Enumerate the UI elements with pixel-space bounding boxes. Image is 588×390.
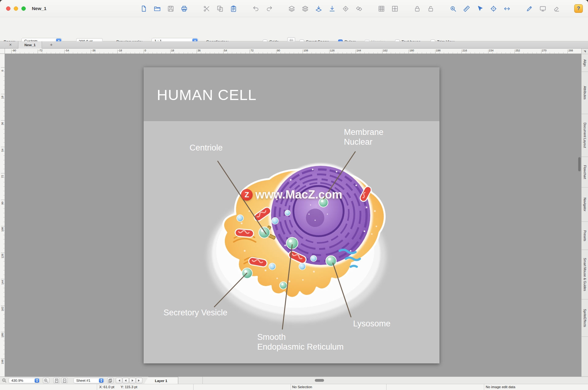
stepper-icon — [35, 378, 39, 383]
send-back-icon[interactable] — [301, 4, 309, 13]
right-sidebar: ◥ AlignAttributesDocument LayoutFlowchar… — [581, 49, 588, 377]
duplicate-sheet-button[interactable] — [107, 378, 114, 383]
titlebar: New_1 ? — [0, 0, 588, 17]
watermark: Z www.MacZ.com — [241, 188, 342, 201]
label-smooth-er[interactable]: Smooth Endoplasmic Reticulum — [257, 332, 344, 352]
grid-snap-icon[interactable] — [390, 4, 399, 13]
delete-sheet-button[interactable] — [61, 378, 68, 383]
sheet-select[interactable]: Sheet #1 — [74, 378, 104, 383]
undo-icon[interactable] — [251, 4, 260, 13]
window-title: New_1 — [32, 6, 47, 11]
ruler-tool-icon[interactable] — [462, 4, 471, 13]
new-document-icon[interactable] — [139, 4, 148, 13]
lock-icon[interactable] — [413, 4, 421, 13]
macz-logo: Z — [241, 189, 253, 201]
print-icon[interactable] — [180, 4, 188, 13]
label-lysosome[interactable]: Lysosome — [353, 319, 390, 329]
horizontal-ruler: -90-72-54-36-180183654729010812614416218… — [5, 49, 581, 54]
previous-sheet-button[interactable] — [123, 378, 129, 383]
unlock-icon[interactable] — [426, 4, 435, 13]
canvas[interactable]: HUMAN CELL — [5, 54, 581, 377]
horizontal-scrollbar[interactable] — [315, 379, 324, 382]
zoom-window-button[interactable] — [21, 6, 26, 11]
new-sheet-button[interactable] — [53, 378, 60, 383]
zoom-out-icon[interactable] — [2, 378, 7, 383]
save-icon[interactable] — [166, 4, 175, 13]
options-bar: Paper: Custom ↔ 200.0 pt Drawing scale: … — [0, 17, 588, 41]
app-window: New_1 ? Paper: Custom ↔ 200.0 pt Drawing… — [0, 0, 588, 390]
sidebar-tab-smart-mouse-guides[interactable]: Smart Mouse & Guides — [582, 250, 588, 299]
layer-tab[interactable]: Layer 1 — [144, 377, 178, 384]
divider — [193, 384, 194, 390]
status-bar: X: 61.0 pt Y: 115.3 pt No Selection No i… — [0, 384, 588, 390]
selection-status: No Selection — [292, 385, 312, 389]
zoom-in-button[interactable] — [43, 378, 49, 383]
tab-add-icon[interactable]: + — [50, 42, 53, 47]
paste-icon[interactable] — [229, 4, 238, 13]
cursor-x-readout: X: 61.0 pt — [99, 385, 114, 389]
redo-icon[interactable] — [265, 4, 273, 13]
ungroup-icon[interactable] — [355, 4, 363, 13]
zoom-tool-icon[interactable] — [449, 4, 457, 13]
document-page[interactable]: HUMAN CELL — [144, 67, 439, 363]
sidebar-tab-navigator[interactable]: Navigator — [582, 188, 588, 222]
divider — [291, 384, 291, 390]
traffic-lights — [6, 6, 26, 11]
ruler-corner — [0, 49, 5, 54]
help-icon[interactable]: ? — [574, 4, 583, 13]
first-sheet-button[interactable] — [116, 378, 122, 383]
sidebar-tab-align[interactable]: Align — [582, 54, 588, 72]
cursor-y-readout: Y: 115.3 pt — [121, 385, 137, 389]
grid-icon[interactable] — [377, 4, 386, 13]
divider — [484, 384, 484, 390]
move-backward-icon[interactable] — [314, 4, 323, 13]
cut-icon[interactable] — [202, 4, 211, 13]
bottom-bar: 430.9% Sheet #1 Layer 1 — [0, 377, 588, 384]
move-down-icon[interactable] — [328, 4, 336, 13]
stepper-icon — [99, 378, 104, 383]
divider — [386, 384, 386, 390]
sidebar-tab-attributes[interactable]: Attributes — [582, 72, 588, 114]
pointer-tool-icon[interactable] — [476, 4, 484, 13]
toolbar: ? — [139, 4, 583, 13]
next-sheet-button[interactable] — [129, 378, 136, 383]
tab-new-1[interactable]: New_1 — [18, 41, 42, 49]
sidebar-tab-flowchart[interactable]: Flowchart — [582, 157, 588, 188]
vertical-ruler: 01836547290108126144162180198 — [0, 54, 5, 377]
watermark-text: www.MacZ.com — [255, 188, 342, 201]
scope-icon[interactable] — [489, 4, 498, 13]
open-folder-icon[interactable] — [153, 4, 161, 13]
label-secretory-vesicle[interactable]: Secretory Vesicle — [164, 308, 228, 318]
image-edit-status: No image edit data — [486, 385, 515, 389]
bring-front-icon[interactable] — [287, 4, 296, 13]
vertical-scrollbar[interactable] — [578, 157, 581, 171]
sidebar-tab-spriteeffects[interactable]: SpriteEffects — [582, 299, 588, 337]
group-icon[interactable] — [341, 4, 350, 13]
eraser-icon[interactable] — [552, 4, 560, 13]
last-sheet-button[interactable] — [136, 378, 142, 383]
display-icon[interactable] — [538, 4, 547, 13]
edit-pencil-icon[interactable] — [525, 4, 533, 13]
sidebar-handle-icon[interactable]: ◥ — [582, 49, 588, 54]
label-centriole[interactable]: Centriole — [190, 143, 223, 153]
label-membrane-nuclear[interactable]: Membrane Nuclear — [344, 127, 383, 147]
tab-bar: × New_1 + — [0, 41, 588, 49]
zoom-level-select[interactable]: 430.9% — [9, 378, 40, 383]
sidebar-tab-document-layout[interactable]: Document Layout — [582, 114, 588, 157]
divider — [97, 384, 97, 390]
sidebar-tab-presets[interactable]: Presets — [582, 222, 588, 250]
resize-horizontal-icon[interactable] — [503, 4, 511, 13]
divider — [202, 377, 203, 384]
tab-close-icon[interactable]: × — [9, 42, 12, 47]
minimize-button[interactable] — [14, 6, 18, 11]
copy-icon[interactable] — [216, 4, 224, 13]
close-button[interactable] — [6, 6, 10, 11]
cell-illustration — [144, 67, 439, 363]
